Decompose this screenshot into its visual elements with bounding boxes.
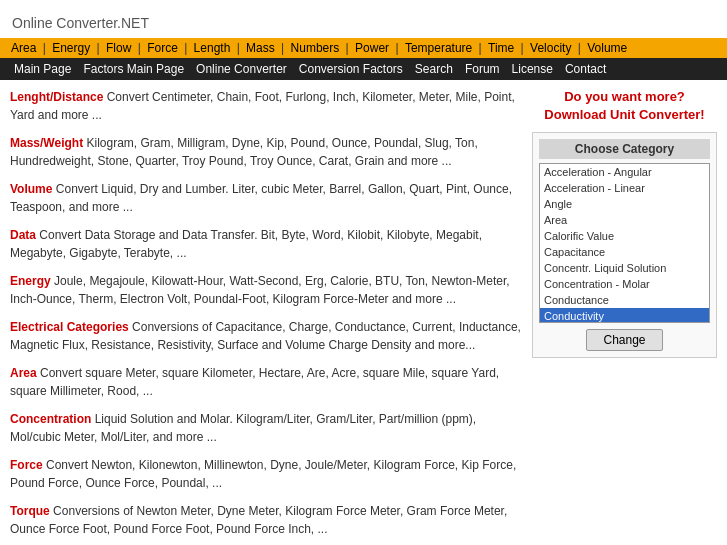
section-title: Area [10, 366, 37, 380]
content-section: Electrical Categories Conversions of Cap… [10, 318, 522, 354]
main-content: Lenght/Distance Convert Centimeter, Chai… [10, 88, 522, 545]
content-section: Mass/Weight Kilogram, Gram, Milligram, D… [10, 134, 522, 170]
section-title: Mass/Weight [10, 136, 83, 150]
nav-separator: | [93, 41, 103, 55]
content-section: Area Convert square Meter, square Kilome… [10, 364, 522, 400]
content-section: Data Convert Data Storage and Data Trans… [10, 226, 522, 262]
main-nav-item-conversion-factors[interactable]: Conversion Factors [299, 62, 403, 76]
content-wrapper: Lenght/Distance Convert Centimeter, Chai… [0, 80, 727, 545]
content-section: Force Convert Newton, Kilonewton, Millin… [10, 456, 522, 492]
main-nav-item-license[interactable]: License [512, 62, 553, 76]
category-item[interactable]: Area [540, 212, 709, 228]
sidebar-box: Choose Category Acceleration - AngularAc… [532, 132, 717, 358]
nav-separator: | [181, 41, 191, 55]
nav-separator: | [233, 41, 243, 55]
change-button[interactable]: Change [586, 329, 662, 351]
main-navigation: Main PageFactors Main PageOnline Convert… [0, 58, 727, 80]
top-nav-item-time[interactable]: Time [488, 41, 514, 55]
category-item[interactable]: Capacitance [540, 244, 709, 260]
section-title: Energy [10, 274, 51, 288]
top-nav-item-length[interactable]: Length [194, 41, 231, 55]
main-nav-item-search[interactable]: Search [415, 62, 453, 76]
nav-separator: | [574, 41, 584, 55]
top-nav-item-force[interactable]: Force [147, 41, 178, 55]
sidebar-box-title: Choose Category [539, 139, 710, 159]
category-listbox[interactable]: Acceleration - AngularAcceleration - Lin… [539, 163, 710, 323]
site-title: Online Converter.NET [12, 8, 149, 33]
main-nav-item-online-converter[interactable]: Online Converter [196, 62, 287, 76]
section-text: Conversions of Newton Meter, Dyne Meter,… [10, 504, 507, 536]
category-item[interactable]: Conductance [540, 292, 709, 308]
page-header: Online Converter.NET [0, 0, 727, 38]
category-item[interactable]: Angle [540, 196, 709, 212]
category-item[interactable]: Acceleration - Linear [540, 180, 709, 196]
main-nav-item-forum[interactable]: Forum [465, 62, 500, 76]
top-nav-item-temperature[interactable]: Temperature [405, 41, 472, 55]
top-nav-item-mass[interactable]: Mass [246, 41, 275, 55]
section-title: Lenght/Distance [10, 90, 103, 104]
content-section: Volume Convert Liquid, Dry and Lumber. L… [10, 180, 522, 216]
nav-separator: | [39, 41, 49, 55]
top-nav-item-volume[interactable]: Volume [587, 41, 627, 55]
category-item[interactable]: Conductivity [540, 308, 709, 323]
section-title: Concentration [10, 412, 91, 426]
nav-separator: | [517, 41, 527, 55]
nav-separator: | [342, 41, 352, 55]
top-navigation: Area | Energy | Flow | Force | Length | … [0, 38, 727, 58]
top-nav-item-energy[interactable]: Energy [52, 41, 90, 55]
top-nav-item-velocity[interactable]: Velocity [530, 41, 571, 55]
content-section: Concentration Liquid Solution and Molar.… [10, 410, 522, 446]
category-item[interactable]: Concentration - Molar [540, 276, 709, 292]
section-text: Convert Liquid, Dry and Lumber. Liter, c… [10, 182, 512, 214]
section-text: Convert Newton, Kilonewton, Millinewton,… [10, 458, 516, 490]
main-nav-item-factors-main-page[interactable]: Factors Main Page [83, 62, 184, 76]
nav-separator: | [134, 41, 144, 55]
nav-separator: | [278, 41, 288, 55]
section-title: Force [10, 458, 43, 472]
section-title: Torque [10, 504, 50, 518]
section-text: Convert square Meter, square Kilometer, … [10, 366, 499, 398]
main-nav-item-contact[interactable]: Contact [565, 62, 606, 76]
content-section: Lenght/Distance Convert Centimeter, Chai… [10, 88, 522, 124]
top-nav-item-flow[interactable]: Flow [106, 41, 131, 55]
top-nav-item-numbers[interactable]: Numbers [291, 41, 340, 55]
category-item[interactable]: Concentr. Liquid Solution [540, 260, 709, 276]
category-item[interactable]: Calorific Value [540, 228, 709, 244]
nav-separator: | [475, 41, 485, 55]
site-title-main: Online Converter [12, 15, 117, 31]
top-nav-item-power[interactable]: Power [355, 41, 389, 55]
top-nav-item-area[interactable]: Area [11, 41, 36, 55]
section-title: Electrical Categories [10, 320, 129, 334]
nav-separator: | [392, 41, 402, 55]
content-section: Energy Joule, Megajoule, Kilowatt-Hour, … [10, 272, 522, 308]
sidebar: Do you want more? Download Unit Converte… [532, 88, 717, 545]
section-title: Data [10, 228, 36, 242]
main-nav-item-main-page[interactable]: Main Page [14, 62, 71, 76]
sidebar-promo: Do you want more? Download Unit Converte… [532, 88, 717, 124]
section-text: Convert Data Storage and Data Transfer. … [10, 228, 482, 260]
section-title: Volume [10, 182, 52, 196]
site-title-suffix: .NET [117, 15, 149, 31]
section-text: Joule, Megajoule, Kilowatt-Hour, Watt-Se… [10, 274, 510, 306]
category-item[interactable]: Acceleration - Angular [540, 164, 709, 180]
content-section: Torque Conversions of Newton Meter, Dyne… [10, 502, 522, 538]
